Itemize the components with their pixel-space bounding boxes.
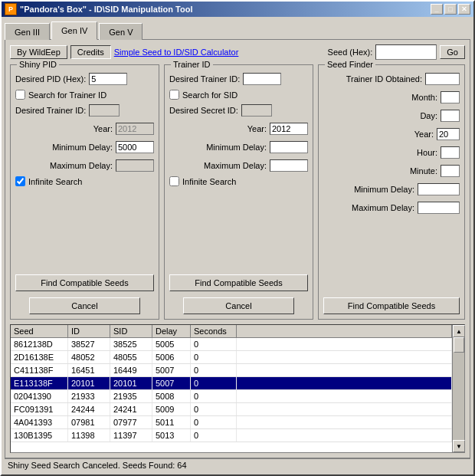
status-text: Shiny Seed Search Canceled. Seeds Found:… [8,461,187,470]
scrollbar[interactable]: ▲ ▼ [452,325,464,452]
seed-max-delay-input[interactable] [418,202,460,214]
trainer-infinite-checkbox[interactable] [169,176,179,186]
tab-gen4[interactable]: Gen IV [51,21,97,40]
desired-pid-input[interactable] [89,73,127,85]
by-wildeep-button[interactable]: By WildEep [10,45,67,59]
window-content: Gen III Gen IV Gen V By WildEep Credits … [2,17,473,474]
trainer-min-delay-input[interactable] [270,141,308,153]
desired-secret-id-label: Desired Secret ID: [169,106,238,115]
min-delay-input[interactable] [116,141,154,153]
cell-seed: FC091391 [11,403,68,415]
trainer-find-button[interactable]: Find Compatible Seeds [169,274,308,291]
table-row[interactable]: 4A041393 07981 07977 5011 0 [11,416,452,429]
cell-delay: 5008 [152,390,191,402]
cell-sid: 38525 [110,338,152,350]
desired-pid-row: Desired PID (Hex): [15,71,154,87]
table-row[interactable]: E113138F 20101 20101 5007 0 [11,377,452,390]
trainer-btn-area: Find Compatible Seeds Cancel [169,271,308,314]
search-sid-label: Search for SID [182,90,238,100]
table-row[interactable]: 2D16138E 48052 48055 5006 0 [11,351,452,364]
seed-minute-input[interactable] [441,165,460,177]
trainer-min-delay-row: Minimum Delay: [169,140,308,155]
cell-rest [237,351,452,363]
cell-sid: 20101 [110,377,152,389]
table-main: Seed ID SID Delay Seconds 8612138D 38527… [11,325,452,452]
cell-seed: 130B1395 [11,429,68,442]
cell-rest [237,338,452,350]
seed-month-label: Month: [323,93,437,102]
trainer-min-delay-label: Minimum Delay: [169,143,267,152]
cell-sid: 11397 [110,429,152,442]
table-body: 8612138D 38527 38525 5005 0 2D16138E 480… [11,338,452,452]
cell-delay: 5006 [152,351,191,363]
cell-seconds: 0 [191,377,237,389]
go-button[interactable]: Go [440,45,465,59]
col-seed-header: Seed [11,325,68,337]
trainer-cancel-button[interactable]: Cancel [183,297,294,314]
seed-hex-label: Seed (Hex): [328,48,373,57]
cell-id: 11398 [68,429,110,442]
desired-secret-id-row: Desired Secret ID: [169,103,308,118]
cell-rest [237,390,452,402]
seed-trainer-id-input[interactable] [425,73,460,85]
trainer-desired-id-input[interactable] [243,73,281,85]
trainer-year-input[interactable] [270,123,308,135]
shiny-cancel-button[interactable]: Cancel [29,297,140,314]
col-sid-header: SID [110,325,152,337]
cell-seconds: 0 [191,338,237,350]
table-row[interactable]: 02041390 21933 21935 5008 0 [11,390,452,403]
infinite-search-checkbox[interactable] [15,176,25,186]
table-row[interactable]: 130B1395 11398 11397 5013 0 [11,429,452,442]
cell-rest [237,416,452,428]
desired-trainer-id-input[interactable] [89,104,120,117]
trainer-max-delay-input[interactable] [270,159,308,172]
search-trainer-id-checkbox[interactable] [15,90,25,100]
cell-seconds: 0 [191,364,237,376]
title-bar: P "Pandora's Box" - ID\SID Manipulation … [2,2,473,17]
cell-seconds: 0 [191,351,237,363]
scroll-thumb[interactable] [454,337,464,353]
seed-month-input[interactable] [441,91,460,103]
seed-hex-input[interactable] [375,44,437,60]
credits-button[interactable]: Credits [70,45,111,59]
seed-hour-input[interactable] [441,146,460,159]
cell-delay: 5005 [152,338,191,350]
seed-month-row: Month: [323,90,460,105]
desired-secret-id-input[interactable] [241,104,272,117]
max-delay-label: Maximum Delay: [15,161,113,170]
cell-seconds: 0 [191,429,237,442]
cell-sid: 21935 [110,390,152,402]
seed-year-input[interactable] [437,128,460,140]
seed-btn-area: Find Compatible Seeds [323,294,460,314]
col-seconds-header: Seconds [191,325,237,337]
cell-rest [237,364,452,376]
minimize-button[interactable]: _ [431,4,443,15]
trainer-id-title: Trainer ID [171,60,213,69]
seed-year-label: Year: [323,130,434,139]
shiny-btn-area: Find Compatible Seeds Cancel [15,271,154,314]
search-sid-checkbox[interactable] [169,90,179,100]
seed-hour-label: Hour: [323,148,437,157]
year-input[interactable] [116,123,154,135]
simple-seed-link[interactable]: Simple Seed to ID/SID Calculator [114,48,239,57]
shiny-find-button[interactable]: Find Compatible Seeds [15,274,154,291]
table-row[interactable]: C411138F 16451 16449 5007 0 [11,364,452,377]
maximize-button[interactable]: □ [444,4,457,15]
top-toolbar: By WildEep Credits Simple Seed to ID/SID… [10,44,465,60]
seed-day-input[interactable] [441,110,460,122]
scroll-up-button[interactable]: ▲ [453,325,465,337]
seed-find-button[interactable]: Find Compatible Seeds [323,297,460,314]
scroll-down-button[interactable]: ▼ [453,440,465,452]
trainer-desired-id-label: Desired Trainer ID: [169,74,240,84]
tab-gen3[interactable]: Gen III [5,23,50,40]
cell-rest [237,377,452,389]
close-button[interactable]: ✕ [458,4,470,15]
max-delay-input[interactable] [116,159,154,172]
table-row[interactable]: FC091391 24244 24241 5009 0 [11,403,452,416]
cell-rest [237,429,452,442]
seed-min-delay-input[interactable] [418,183,460,195]
window-title: "Pandora's Box" - ID\SID Manipulation To… [20,5,431,14]
table-row[interactable]: 8612138D 38527 38525 5005 0 [11,338,452,351]
cell-sid: 48055 [110,351,152,363]
tab-gen5[interactable]: Gen V [99,23,142,40]
